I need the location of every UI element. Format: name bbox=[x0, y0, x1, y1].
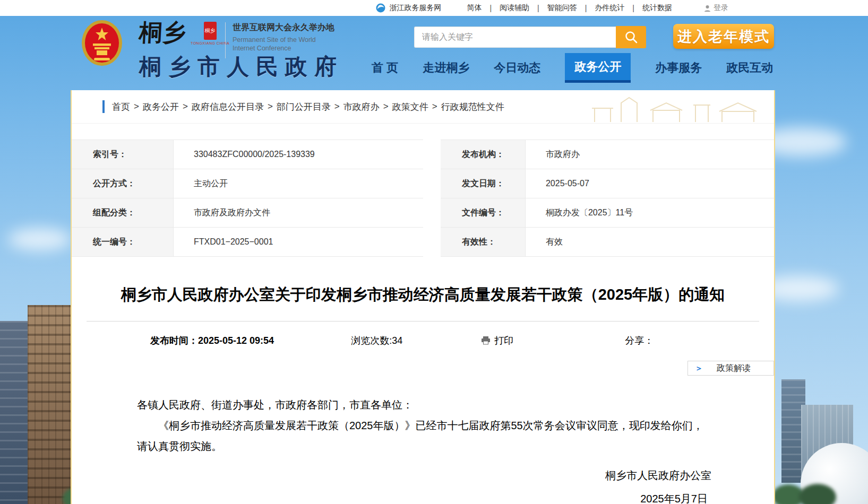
policy-interpretation-row: ＞ 政策解读 bbox=[72, 361, 774, 376]
national-emblem-icon bbox=[81, 19, 123, 69]
publish-time-label: 发布时间： bbox=[150, 335, 198, 346]
portal-link-label: 浙江政务服务网 bbox=[389, 3, 441, 13]
policy-interpretation-button[interactable]: ＞ 政策解读 bbox=[687, 361, 774, 376]
site-title: 桐乡市人民政府 bbox=[139, 52, 343, 82]
table-row: 文件编号： 桐政办发〔2025〕11号 bbox=[441, 198, 774, 228]
cloud-decoration bbox=[8, 228, 72, 250]
topbar-link-case-stats[interactable]: 办件统计 bbox=[594, 3, 625, 13]
info-label: 发文日期： bbox=[441, 169, 526, 198]
policy-interpretation-label: 政策解读 bbox=[717, 363, 751, 374]
portal-link[interactable]: 浙江政务服务网 bbox=[376, 3, 441, 13]
topbar-separator: | bbox=[585, 4, 587, 12]
main-content-panel: 首页 > 政务公开 > 政府信息公开目录 > 部门公开目录 > 市政府办 > 政… bbox=[71, 90, 775, 504]
info-label: 有效性： bbox=[441, 228, 526, 256]
slogan-english-line1: Permanent Site of the World bbox=[233, 36, 334, 44]
logo-block: 桐乡 桐乡 TONGXIANG CHINA bbox=[139, 20, 229, 45]
info-label: 统一编号： bbox=[72, 228, 174, 256]
red-seal-icon: 桐乡 bbox=[204, 22, 217, 40]
paragraph-salutation: 各镇人民政府、街道办事处，市政府各部门，市直各单位： bbox=[137, 395, 705, 415]
nav-services[interactable]: 办事服务 bbox=[655, 53, 702, 83]
signature-agency: 桐乡市人民政府办公室 bbox=[72, 468, 774, 483]
print-label: 打印 bbox=[494, 334, 513, 347]
building-watermark-decoration bbox=[589, 92, 770, 122]
background-building-left bbox=[28, 305, 72, 504]
topbar-separator: | bbox=[632, 4, 634, 12]
elder-mode-button[interactable]: 进入老年模式 bbox=[673, 24, 774, 49]
breadcrumb-dept-catalog[interactable]: 部门公开目录 bbox=[277, 101, 331, 113]
info-label: 索引号： bbox=[72, 140, 174, 169]
slogan-chinese: 世界互联网大会永久举办地 bbox=[233, 22, 334, 33]
breadcrumb-separator: > bbox=[268, 101, 273, 112]
top-utility-bar: 浙江政务服务网 简体 | 阅读辅助 | 智能问答 | 办件统计 | 统计数据 登… bbox=[0, 0, 868, 16]
breadcrumb-current: 行政规范性文件 bbox=[441, 101, 504, 113]
info-value-issue-date: 2025-05-07 bbox=[526, 169, 774, 198]
document-title: 桐乡市人民政府办公室关于印发桐乡市推动经济高质量发展若干政策（2025年版）的通… bbox=[72, 284, 774, 305]
info-label: 组配分类： bbox=[72, 198, 174, 227]
nav-home[interactable]: 首 页 bbox=[372, 53, 398, 83]
info-value-document-number: 桐政办发〔2025〕11号 bbox=[526, 198, 774, 227]
topbar-links: 简体 | 阅读辅助 | 智能问答 | 办件统计 | 统计数据 bbox=[466, 3, 673, 13]
info-label: 文件编号： bbox=[441, 198, 526, 227]
info-label: 发布机构： bbox=[441, 140, 526, 169]
topbar-link-simplified[interactable]: 简体 bbox=[466, 3, 483, 13]
search-icon bbox=[624, 30, 638, 44]
topbar-separator: | bbox=[537, 4, 539, 12]
table-row: 组配分类： 市政府及政府办文件 bbox=[72, 198, 423, 228]
breadcrumb-separator: > bbox=[432, 101, 437, 112]
share-label: 分享： bbox=[625, 334, 654, 347]
login-link[interactable]: 登录 bbox=[704, 3, 728, 13]
site-header: 桐乡 桐乡 TONGXIANG CHINA 世界互联网大会永久举办地 Perma… bbox=[0, 16, 868, 88]
printer-icon bbox=[481, 336, 491, 345]
table-row: 发布机构： 市政府办 bbox=[441, 140, 774, 169]
signature-date: 2025年5月7日 bbox=[72, 492, 774, 504]
info-value-issuing-agency: 市政府办 bbox=[526, 140, 774, 169]
article-meta-row: 发布时间：2025-05-12 09:54 浏览次数:34 打印 分享： bbox=[72, 334, 774, 347]
breadcrumb-policy-files[interactable]: 政策文件 bbox=[392, 101, 428, 113]
table-row: 索引号： 330483ZFC00000/2025-139339 bbox=[72, 140, 423, 169]
breadcrumb-separator: > bbox=[334, 101, 340, 112]
breadcrumb-separator: > bbox=[183, 101, 188, 112]
document-info-table: 索引号： 330483ZFC00000/2025-139339 公开方式： 主动… bbox=[72, 140, 774, 257]
nav-about-tongxiang[interactable]: 走进桐乡 bbox=[423, 53, 469, 83]
info-table-left: 索引号： 330483ZFC00000/2025-139339 公开方式： 主动… bbox=[72, 140, 423, 257]
topbar-link-reading-aid[interactable]: 阅读辅助 bbox=[499, 3, 530, 13]
table-row: 公开方式： 主动公开 bbox=[72, 169, 423, 198]
breadcrumb-city-gov-office[interactable]: 市政府办 bbox=[343, 101, 380, 113]
tongxiang-calligraphy-logo: 桐乡 bbox=[139, 20, 186, 45]
paragraph-main: 《桐乡市推动经济高质量发展若干政策（2025年版）》已经市十七届政府第55次常务… bbox=[137, 415, 705, 457]
search-button[interactable] bbox=[616, 26, 646, 48]
table-row: 统一编号： FTXD01−2025−0001 bbox=[72, 228, 423, 257]
table-row: 有效性： 有效 bbox=[441, 228, 774, 257]
breadcrumb-info-catalog[interactable]: 政府信息公开目录 bbox=[192, 101, 264, 113]
search-input[interactable] bbox=[414, 27, 616, 48]
breadcrumb-gov-affairs[interactable]: 政务公开 bbox=[143, 101, 179, 113]
zhejiang-portal-globe-icon bbox=[376, 3, 385, 13]
title-divider bbox=[87, 321, 759, 321]
table-row: 发文日期： 2025-05-07 bbox=[441, 169, 774, 198]
nav-public-interaction[interactable]: 政民互动 bbox=[726, 53, 773, 83]
chevron-right-icon: ＞ bbox=[695, 363, 703, 373]
info-value-disclosure-method: 主动公开 bbox=[174, 169, 423, 198]
slogan-block: 世界互联网大会永久举办地 Permanent Site of the World… bbox=[233, 22, 334, 53]
breadcrumb-home[interactable]: 首页 bbox=[112, 101, 130, 113]
info-value-category: 市政府及政府办文件 bbox=[174, 198, 423, 227]
view-count: 浏览次数:34 bbox=[351, 334, 402, 347]
nav-today-news[interactable]: 今日动态 bbox=[494, 53, 540, 83]
topbar-link-smart-qa[interactable]: 智能问答 bbox=[546, 3, 578, 13]
info-value-unified-number: FTXD01−2025−0001 bbox=[174, 228, 423, 256]
topbar-link-statistics[interactable]: 统计数据 bbox=[641, 3, 673, 13]
nav-government-affairs[interactable]: 政务公开 bbox=[565, 53, 631, 83]
seal-caption: TONGXIANG CHINA bbox=[191, 41, 229, 45]
breadcrumb: 首页 > 政务公开 > 政府信息公开目录 > 部门公开目录 > 市政府办 > 政… bbox=[72, 90, 774, 124]
main-navigation: 首 页 走进桐乡 今日动态 政务公开 办事服务 政民互动 bbox=[372, 53, 773, 83]
document-body: 各镇人民政府、街道办事处，市政府各部门，市直各单位： 《桐乡市推动经济高质量发展… bbox=[72, 395, 774, 457]
info-table-right: 发布机构： 市政府办 发文日期： 2025-05-07 文件编号： 桐政办发〔2… bbox=[441, 140, 774, 257]
info-value-index-number: 330483ZFC00000/2025-139339 bbox=[174, 140, 423, 169]
login-link-label: 登录 bbox=[714, 3, 728, 13]
breadcrumb-separator: > bbox=[134, 101, 139, 112]
print-button[interactable]: 打印 bbox=[481, 334, 513, 347]
publish-time-value: 2025-05-12 09:54 bbox=[198, 335, 274, 346]
user-icon bbox=[704, 5, 711, 12]
info-label: 公开方式： bbox=[72, 169, 174, 198]
topbar-separator: | bbox=[489, 4, 492, 12]
